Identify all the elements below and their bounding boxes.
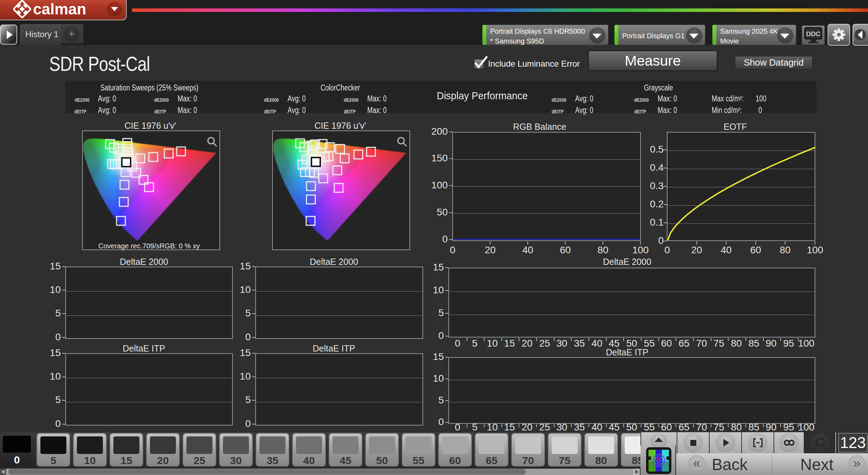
svg-text:calman: calman xyxy=(33,0,86,18)
svg-text:DDC: DDC xyxy=(806,30,820,38)
svg-text:Coverage rec.709/sRGB: 0 % xy: Coverage rec.709/sRGB: 0 % xy xyxy=(98,242,200,250)
